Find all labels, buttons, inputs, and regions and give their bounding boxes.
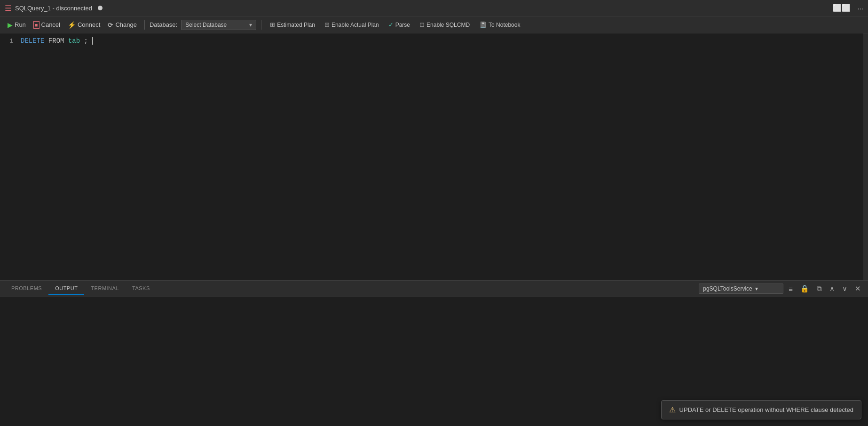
unsaved-dot xyxy=(98,6,103,10)
tab-problems[interactable]: PROBLEMS xyxy=(5,283,48,295)
tab-tasks[interactable]: TASKS xyxy=(126,283,157,295)
title-bar-left: ☰ SQLQuery_1 - disconnected xyxy=(5,4,103,13)
toolbar: ▶ Run ■ Cancel ⚡ Connect ⟳ Change Databa… xyxy=(0,16,868,33)
warning-message: UPDATE or DELETE operation without WHERE… xyxy=(679,406,853,413)
line-content-1: DELETE FROM tab ; xyxy=(21,37,93,45)
toolbar-separator-2 xyxy=(261,20,261,30)
text-cursor xyxy=(92,37,93,45)
enable-actual-plan-icon: ⊟ xyxy=(324,21,330,28)
run-button[interactable]: ▶ Run xyxy=(5,20,29,30)
parse-button[interactable]: ✓ Parse xyxy=(385,20,414,30)
tab-tasks-label: TASKS xyxy=(132,285,150,291)
tab-problems-label: PROBLEMS xyxy=(11,285,42,291)
menu-icon[interactable]: ☰ xyxy=(5,4,11,13)
cancel-icon: ■ xyxy=(33,21,39,29)
to-notebook-icon: 📓 xyxy=(479,21,487,28)
panel-lock-icon[interactable]: 🔒 xyxy=(798,283,812,294)
connect-label: Connect xyxy=(78,21,100,28)
panel-content: ⚠ UPDATE or DELETE operation without WHE… xyxy=(0,297,868,426)
tab-output-label: OUTPUT xyxy=(55,285,78,291)
title-bar-right: ⬜⬜ ··· xyxy=(833,4,863,12)
enable-actual-plan-label: Enable Actual Plan xyxy=(331,22,379,28)
enable-sqlcmd-button[interactable]: ⊡ Enable SQLCMD xyxy=(416,20,473,30)
panel-copy-icon[interactable]: ⧉ xyxy=(814,283,824,294)
database-label: Database: xyxy=(150,21,177,28)
chevron-down-icon: ▾ xyxy=(249,22,252,28)
more-options-icon[interactable]: ··· xyxy=(857,4,863,12)
change-button[interactable]: ⟳ Change xyxy=(105,20,140,30)
enable-sqlcmd-label: Enable SQLCMD xyxy=(426,22,470,28)
enable-sqlcmd-icon: ⊡ xyxy=(419,21,425,28)
output-source-select[interactable]: pgSQLToolsService ▾ xyxy=(699,284,783,294)
panel-collapse-icon[interactable]: ∧ xyxy=(827,283,837,294)
tab-terminal-label: TERMINAL xyxy=(91,285,119,291)
output-source-text: pgSQLToolsService xyxy=(703,285,752,292)
run-icon: ▶ xyxy=(8,21,13,29)
editor-area[interactable]: 1 DELETE FROM tab ; xyxy=(0,33,868,51)
database-select-text: Select Database xyxy=(185,22,246,28)
connect-icon: ⚡ xyxy=(68,21,76,29)
panel-list-icon[interactable]: ≡ xyxy=(786,284,795,294)
panel-tabs: PROBLEMS OUTPUT TERMINAL TASKS pgSQLTool… xyxy=(0,281,868,297)
estimated-plan-icon: ⊞ xyxy=(270,21,275,28)
tab-terminal[interactable]: TERMINAL xyxy=(84,283,126,295)
panel-close-icon[interactable]: ✕ xyxy=(852,283,863,294)
change-label: Change xyxy=(115,21,137,28)
database-select[interactable]: Select Database ▾ xyxy=(181,20,256,30)
title-text: SQLQuery_1 - disconnected xyxy=(15,5,92,12)
estimated-plan-label: Estimated Plan xyxy=(277,22,315,28)
semicolon: ; xyxy=(84,37,87,45)
panel-tabs-right: pgSQLToolsService ▾ ≡ 🔒 ⧉ ∧ ∨ ✕ xyxy=(699,283,863,294)
split-editor-icon[interactable]: ⬜⬜ xyxy=(833,4,851,12)
toolbar-separator xyxy=(144,20,145,30)
warning-toast: ⚠ UPDATE or DELETE operation without WHE… xyxy=(661,400,861,419)
parse-label: Parse xyxy=(395,22,410,28)
line-number-1: 1 xyxy=(2,38,21,45)
editor-line-1: 1 DELETE FROM tab ; xyxy=(0,37,868,47)
main-container: ▶ Run ■ Cancel ⚡ Connect ⟳ Change Databa… xyxy=(0,16,868,426)
output-source-chevron: ▾ xyxy=(755,285,758,292)
panel-expand-icon[interactable]: ∨ xyxy=(840,283,850,294)
editor-scrollbar[interactable] xyxy=(863,33,868,280)
keyword-from: FROM xyxy=(48,37,68,45)
enable-actual-plan-button[interactable]: ⊟ Enable Actual Plan xyxy=(321,20,383,30)
editor-container[interactable]: 1 DELETE FROM tab ; xyxy=(0,33,868,280)
panel-tabs-left: PROBLEMS OUTPUT TERMINAL TASKS xyxy=(5,283,157,295)
connect-button[interactable]: ⚡ Connect xyxy=(65,20,103,30)
estimated-plan-button[interactable]: ⊞ Estimated Plan xyxy=(266,20,319,30)
table-name: tab xyxy=(68,37,80,45)
to-notebook-button[interactable]: 📓 To Notebook xyxy=(475,20,524,30)
parse-icon: ✓ xyxy=(388,21,394,28)
run-label: Run xyxy=(15,21,26,28)
keyword-delete: DELETE xyxy=(21,37,44,45)
cancel-label: Cancel xyxy=(41,21,60,28)
cancel-button[interactable]: ■ Cancel xyxy=(31,20,63,30)
tab-output[interactable]: OUTPUT xyxy=(48,283,84,295)
bottom-panel: PROBLEMS OUTPUT TERMINAL TASKS pgSQLTool… xyxy=(0,280,868,426)
change-icon: ⟳ xyxy=(108,21,113,29)
warning-icon: ⚠ xyxy=(669,405,676,414)
to-notebook-label: To Notebook xyxy=(489,22,520,28)
title-bar: ☰ SQLQuery_1 - disconnected ⬜⬜ ··· xyxy=(0,0,868,16)
